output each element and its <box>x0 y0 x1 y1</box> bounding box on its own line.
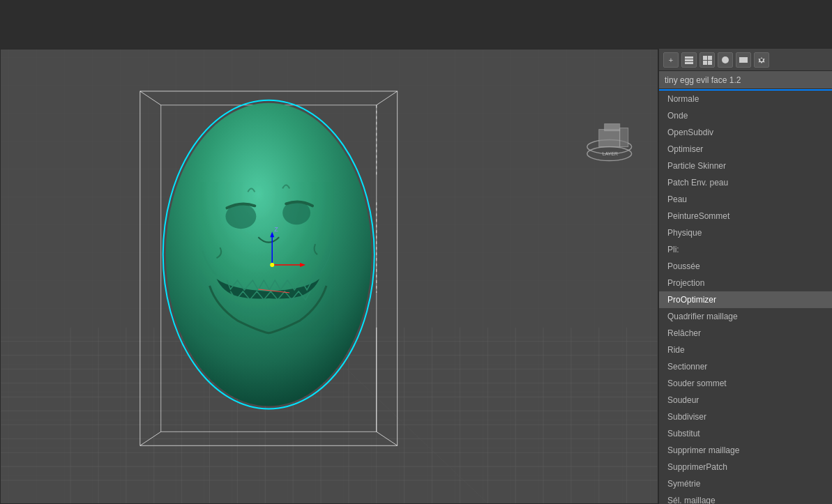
display-button[interactable] <box>718 52 733 68</box>
modifier-item-prooptimizer[interactable]: ProOptimizer <box>659 291 832 308</box>
grid-background <box>1 49 658 503</box>
svg-rect-68 <box>708 56 712 60</box>
svg-rect-72 <box>739 57 748 63</box>
modifier-item-poussee[interactable]: Poussée <box>659 258 832 275</box>
modifier-list[interactable]: NormaleOndeOpenSubdivOptimiserParticle S… <box>659 91 832 504</box>
add-modifier-button[interactable]: + <box>663 52 679 68</box>
svg-rect-66 <box>685 62 693 64</box>
modifier-item-supprimer-maillage[interactable]: Supprimer maillage <box>659 442 832 459</box>
modifier-item-soudeur[interactable]: Soudeur <box>659 392 832 408</box>
modifier-item-sectionner[interactable]: Sectionner <box>659 358 832 375</box>
modifier-item-projection[interactable]: Projection <box>659 275 832 291</box>
modifier-item-sel-maillage[interactable]: Sél. maillage <box>659 492 832 504</box>
top-bar <box>0 0 832 49</box>
svg-rect-67 <box>703 56 707 60</box>
svg-rect-65 <box>685 59 693 61</box>
main-content: Z LAYER <box>0 49 832 504</box>
modifier-item-quadrifier-maillage[interactable]: Quadrifier maillage <box>659 308 832 325</box>
modifier-item-relacher[interactable]: Relâcher <box>659 325 832 342</box>
svg-point-73 <box>760 59 763 61</box>
panel-toolbar: + <box>659 49 832 71</box>
modifier-item-optimiser[interactable]: Optimiser <box>659 141 832 158</box>
modifier-item-supprimerpatch[interactable]: SupprimerPatch <box>659 459 832 475</box>
modifier-item-substitut[interactable]: Substitut <box>659 425 832 442</box>
modifier-item-particle-skinner[interactable]: Particle Skinner <box>659 158 832 174</box>
modifier-item-souder-sommet[interactable]: Souder sommet <box>659 375 832 392</box>
modifier-stack-button[interactable] <box>681 52 697 68</box>
modifier-item-onde[interactable]: Onde <box>659 107 832 124</box>
modifier-item-opensubdiv[interactable]: OpenSubdiv <box>659 124 832 141</box>
viewport[interactable]: Z LAYER <box>0 49 658 504</box>
svg-point-71 <box>722 56 729 63</box>
right-panel: + NormaleOndeOpenSubdivOptimiserParticle… <box>658 49 832 504</box>
modifier-item-symetrie[interactable]: Symétrie <box>659 475 832 492</box>
object-name-input[interactable] <box>659 71 832 89</box>
settings-button[interactable] <box>754 52 769 68</box>
modifier-item-subdiviser[interactable]: Subdiviser <box>659 408 832 425</box>
svg-rect-70 <box>708 61 712 65</box>
svg-rect-69 <box>703 61 707 65</box>
modifier-item-normale[interactable]: Normale <box>659 91 832 107</box>
modifier-item-physique[interactable]: Physique <box>659 224 832 241</box>
modifier-item-patch-env-peau[interactable]: Patch Env. peau <box>659 174 832 191</box>
svg-rect-64 <box>685 56 693 59</box>
modifier-item-peau[interactable]: Peau <box>659 191 832 208</box>
configure-button[interactable] <box>699 52 715 68</box>
modifier-item-pli[interactable]: Pli: <box>659 241 832 258</box>
modifier-item-ride[interactable]: Ride <box>659 342 832 358</box>
display-mode-button[interactable] <box>736 52 751 68</box>
modifier-item-peinturesommet[interactable]: PeintureSommet <box>659 208 832 224</box>
